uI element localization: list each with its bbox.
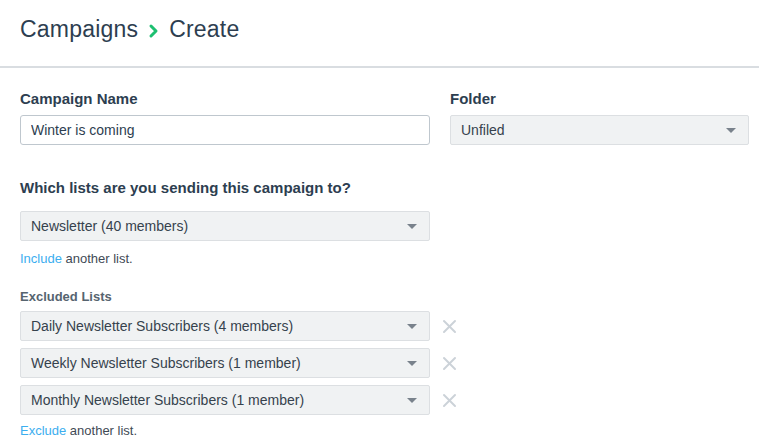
caret-down-icon [407, 361, 417, 366]
excluded-list-selected-value: Daily Newsletter Subscribers (4 members) [31, 318, 293, 334]
close-icon [442, 393, 457, 408]
excluded-list-row: Weekly Newsletter Subscribers (1 member) [20, 348, 749, 378]
excluded-list-select-2[interactable]: Weekly Newsletter Subscribers (1 member) [20, 348, 430, 378]
excluded-list-selected-value: Monthly Newsletter Subscribers (1 member… [31, 392, 304, 408]
included-list-selected-value: Newsletter (40 members) [31, 218, 188, 234]
excluded-lists-label: Excluded Lists [20, 289, 749, 304]
close-icon [442, 319, 457, 334]
close-icon [442, 356, 457, 371]
lists-question-heading: Which lists are you sending this campaig… [20, 179, 749, 196]
name-folder-row: Campaign Name Folder Unfiled [20, 90, 749, 145]
include-link[interactable]: Include [20, 251, 62, 266]
exclude-line-text: another list. [66, 423, 137, 438]
breadcrumb: Campaigns Create [20, 16, 739, 43]
include-line-text: another list. [62, 251, 133, 266]
caret-down-icon [407, 398, 417, 403]
folder-select[interactable]: Unfiled [450, 115, 749, 145]
included-list-select[interactable]: Newsletter (40 members) [20, 211, 430, 241]
folder-field-group: Folder Unfiled [450, 90, 749, 145]
chevron-right-icon [148, 23, 159, 39]
excluded-list-row: Daily Newsletter Subscribers (4 members) [20, 311, 749, 341]
remove-excluded-list-button[interactable] [440, 391, 458, 409]
caret-down-icon [407, 324, 417, 329]
exclude-another-list-line: Exclude another list. [20, 423, 749, 438]
page-header: Campaigns Create [0, 0, 759, 68]
remove-excluded-list-button[interactable] [440, 354, 458, 372]
campaign-name-field-group: Campaign Name [20, 90, 430, 145]
folder-label: Folder [450, 90, 749, 107]
include-another-list-line: Include another list. [20, 251, 749, 266]
excluded-list-row: Monthly Newsletter Subscribers (1 member… [20, 385, 749, 415]
exclude-link[interactable]: Exclude [20, 423, 66, 438]
excluded-list-selected-value: Weekly Newsletter Subscribers (1 member) [31, 355, 301, 371]
breadcrumb-create: Create [169, 16, 239, 43]
caret-down-icon [726, 128, 736, 133]
campaign-create-form: Campaign Name Folder Unfiled Which lists… [0, 68, 759, 438]
breadcrumb-campaigns[interactable]: Campaigns [20, 16, 138, 43]
caret-down-icon [407, 224, 417, 229]
folder-selected-value: Unfiled [461, 122, 505, 138]
excluded-list-select-1[interactable]: Daily Newsletter Subscribers (4 members) [20, 311, 430, 341]
remove-excluded-list-button[interactable] [440, 317, 458, 335]
excluded-list-select-3[interactable]: Monthly Newsletter Subscribers (1 member… [20, 385, 430, 415]
campaign-name-label: Campaign Name [20, 90, 430, 107]
campaign-name-input[interactable] [20, 115, 430, 145]
